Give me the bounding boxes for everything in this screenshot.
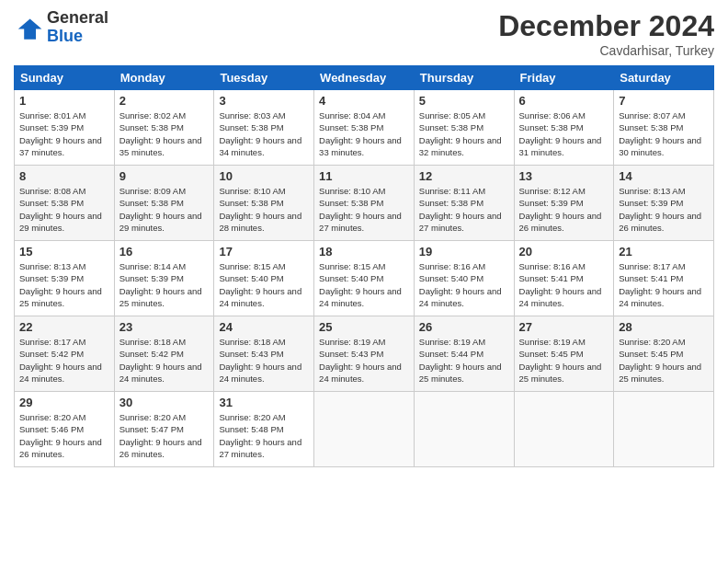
day-cell-9: 9 Sunrise: 8:09 AM Sunset: 5:38 PM Dayli… xyxy=(114,166,214,241)
day-info: Sunrise: 8:18 AM Sunset: 5:43 PM Dayligh… xyxy=(219,336,309,385)
day-number: 18 xyxy=(319,245,409,259)
day-cell-empty xyxy=(414,392,514,467)
logo-icon xyxy=(14,13,43,42)
day-cell-2: 2 Sunrise: 8:02 AM Sunset: 5:38 PM Dayli… xyxy=(114,90,214,166)
day-number: 9 xyxy=(119,169,210,183)
day-number: 31 xyxy=(219,396,309,409)
day-info: Sunrise: 8:19 AM Sunset: 5:43 PM Dayligh… xyxy=(319,336,409,385)
day-cell-4: 4 Sunrise: 8:04 AM Sunset: 5:38 PM Dayli… xyxy=(314,90,415,166)
day-cell-31: 31 Sunrise: 8:20 AM Sunset: 5:48 PM Dayl… xyxy=(214,392,314,467)
day-number: 14 xyxy=(619,169,709,183)
day-info: Sunrise: 8:13 AM Sunset: 5:39 PM Dayligh… xyxy=(19,260,109,309)
day-cell-12: 12 Sunrise: 8:11 AM Sunset: 5:38 PM Dayl… xyxy=(414,166,514,241)
day-info: Sunrise: 8:20 AM Sunset: 5:46 PM Dayligh… xyxy=(19,411,109,460)
logo-general: General xyxy=(47,8,108,27)
day-number: 4 xyxy=(319,94,409,108)
day-number: 27 xyxy=(519,320,609,334)
col-sunday: Sunday xyxy=(15,66,115,90)
day-number: 24 xyxy=(219,320,309,334)
day-number: 2 xyxy=(119,94,210,108)
day-number: 23 xyxy=(119,320,210,334)
day-info: Sunrise: 8:03 AM Sunset: 5:38 PM Dayligh… xyxy=(219,109,309,158)
col-monday: Monday xyxy=(114,66,214,90)
day-number: 6 xyxy=(519,94,609,108)
day-info: Sunrise: 8:12 AM Sunset: 5:39 PM Dayligh… xyxy=(519,185,609,234)
day-cell-25: 25 Sunrise: 8:19 AM Sunset: 5:43 PM Dayl… xyxy=(314,316,415,392)
day-cell-16: 16 Sunrise: 8:14 AM Sunset: 5:39 PM Dayl… xyxy=(114,241,214,316)
day-info: Sunrise: 8:17 AM Sunset: 5:41 PM Dayligh… xyxy=(619,260,709,309)
day-info: Sunrise: 8:02 AM Sunset: 5:38 PM Dayligh… xyxy=(119,109,210,158)
day-info: Sunrise: 8:05 AM Sunset: 5:38 PM Dayligh… xyxy=(419,109,509,158)
day-cell-20: 20 Sunrise: 8:16 AM Sunset: 5:41 PM Dayl… xyxy=(514,241,614,316)
day-cell-6: 6 Sunrise: 8:06 AM Sunset: 5:38 PM Dayli… xyxy=(514,90,614,166)
day-info: Sunrise: 8:11 AM Sunset: 5:38 PM Dayligh… xyxy=(419,185,509,234)
day-number: 19 xyxy=(419,245,509,259)
day-number: 16 xyxy=(119,245,210,259)
day-number: 21 xyxy=(619,245,709,259)
day-number: 22 xyxy=(19,320,109,334)
day-info: Sunrise: 8:08 AM Sunset: 5:38 PM Dayligh… xyxy=(19,185,109,234)
day-cell-30: 30 Sunrise: 8:20 AM Sunset: 5:47 PM Dayl… xyxy=(114,392,214,467)
day-number: 8 xyxy=(19,169,109,183)
logo-text: General Blue xyxy=(47,9,108,46)
week-row-4: 22 Sunrise: 8:17 AM Sunset: 5:42 PM Dayl… xyxy=(15,316,714,392)
title-block: December 2024 Cavdarhisar, Turkey xyxy=(498,9,714,58)
day-number: 15 xyxy=(19,245,109,259)
day-info: Sunrise: 8:15 AM Sunset: 5:40 PM Dayligh… xyxy=(319,260,409,309)
week-row-5: 29 Sunrise: 8:20 AM Sunset: 5:46 PM Dayl… xyxy=(15,392,714,467)
day-number: 17 xyxy=(219,245,309,259)
day-info: Sunrise: 8:09 AM Sunset: 5:38 PM Dayligh… xyxy=(119,185,210,234)
col-tuesday: Tuesday xyxy=(214,66,314,90)
day-number: 30 xyxy=(119,396,210,409)
day-info: Sunrise: 8:06 AM Sunset: 5:38 PM Dayligh… xyxy=(519,109,609,158)
logo-blue: Blue xyxy=(47,27,83,45)
page-container: General Blue December 2024 Cavdarhisar, … xyxy=(0,0,728,477)
day-cell-14: 14 Sunrise: 8:13 AM Sunset: 5:39 PM Dayl… xyxy=(614,166,714,241)
day-cell-26: 26 Sunrise: 8:19 AM Sunset: 5:44 PM Dayl… xyxy=(414,316,514,392)
day-info: Sunrise: 8:10 AM Sunset: 5:38 PM Dayligh… xyxy=(219,185,309,234)
day-number: 7 xyxy=(619,94,709,108)
day-cell-27: 27 Sunrise: 8:19 AM Sunset: 5:45 PM Dayl… xyxy=(514,316,614,392)
day-number: 1 xyxy=(19,94,109,108)
day-number: 11 xyxy=(319,169,409,183)
day-cell-empty xyxy=(314,392,415,467)
location: Cavdarhisar, Turkey xyxy=(498,43,714,58)
day-number: 5 xyxy=(419,94,509,108)
day-info: Sunrise: 8:10 AM Sunset: 5:38 PM Dayligh… xyxy=(319,185,409,234)
day-info: Sunrise: 8:20 AM Sunset: 5:48 PM Dayligh… xyxy=(219,411,309,460)
day-cell-13: 13 Sunrise: 8:12 AM Sunset: 5:39 PM Dayl… xyxy=(514,166,614,241)
header-row: Sunday Monday Tuesday Wednesday Thursday… xyxy=(15,66,714,90)
day-number: 20 xyxy=(519,245,609,259)
day-cell-23: 23 Sunrise: 8:18 AM Sunset: 5:42 PM Dayl… xyxy=(114,316,214,392)
month-title: December 2024 xyxy=(498,9,714,43)
day-info: Sunrise: 8:19 AM Sunset: 5:45 PM Dayligh… xyxy=(519,336,609,385)
day-info: Sunrise: 8:19 AM Sunset: 5:44 PM Dayligh… xyxy=(419,336,509,385)
day-cell-empty xyxy=(514,392,614,467)
day-cell-24: 24 Sunrise: 8:18 AM Sunset: 5:43 PM Dayl… xyxy=(214,316,314,392)
day-cell-22: 22 Sunrise: 8:17 AM Sunset: 5:42 PM Dayl… xyxy=(15,316,115,392)
day-cell-10: 10 Sunrise: 8:10 AM Sunset: 5:38 PM Dayl… xyxy=(214,166,314,241)
day-info: Sunrise: 8:14 AM Sunset: 5:39 PM Dayligh… xyxy=(119,260,210,309)
day-info: Sunrise: 8:18 AM Sunset: 5:42 PM Dayligh… xyxy=(119,336,210,385)
day-cell-18: 18 Sunrise: 8:15 AM Sunset: 5:40 PM Dayl… xyxy=(314,241,415,316)
day-cell-1: 1 Sunrise: 8:01 AM Sunset: 5:39 PM Dayli… xyxy=(15,90,115,166)
week-row-1: 1 Sunrise: 8:01 AM Sunset: 5:39 PM Dayli… xyxy=(15,90,714,166)
day-number: 13 xyxy=(519,169,609,183)
day-number: 10 xyxy=(219,169,309,183)
day-cell-3: 3 Sunrise: 8:03 AM Sunset: 5:38 PM Dayli… xyxy=(214,90,314,166)
day-number: 29 xyxy=(19,396,109,409)
svg-marker-0 xyxy=(18,18,42,39)
day-info: Sunrise: 8:20 AM Sunset: 5:45 PM Dayligh… xyxy=(619,336,709,385)
day-number: 28 xyxy=(619,320,709,334)
day-number: 26 xyxy=(419,320,509,334)
day-cell-28: 28 Sunrise: 8:20 AM Sunset: 5:45 PM Dayl… xyxy=(614,316,714,392)
day-info: Sunrise: 8:13 AM Sunset: 5:39 PM Dayligh… xyxy=(619,185,709,234)
day-cell-19: 19 Sunrise: 8:16 AM Sunset: 5:40 PM Dayl… xyxy=(414,241,514,316)
day-cell-5: 5 Sunrise: 8:05 AM Sunset: 5:38 PM Dayli… xyxy=(414,90,514,166)
day-info: Sunrise: 8:17 AM Sunset: 5:42 PM Dayligh… xyxy=(19,336,109,385)
day-info: Sunrise: 8:15 AM Sunset: 5:40 PM Dayligh… xyxy=(219,260,309,309)
day-info: Sunrise: 8:04 AM Sunset: 5:38 PM Dayligh… xyxy=(319,109,409,158)
day-cell-7: 7 Sunrise: 8:07 AM Sunset: 5:38 PM Dayli… xyxy=(614,90,714,166)
day-number: 25 xyxy=(319,320,409,334)
day-info: Sunrise: 8:16 AM Sunset: 5:41 PM Dayligh… xyxy=(519,260,609,309)
